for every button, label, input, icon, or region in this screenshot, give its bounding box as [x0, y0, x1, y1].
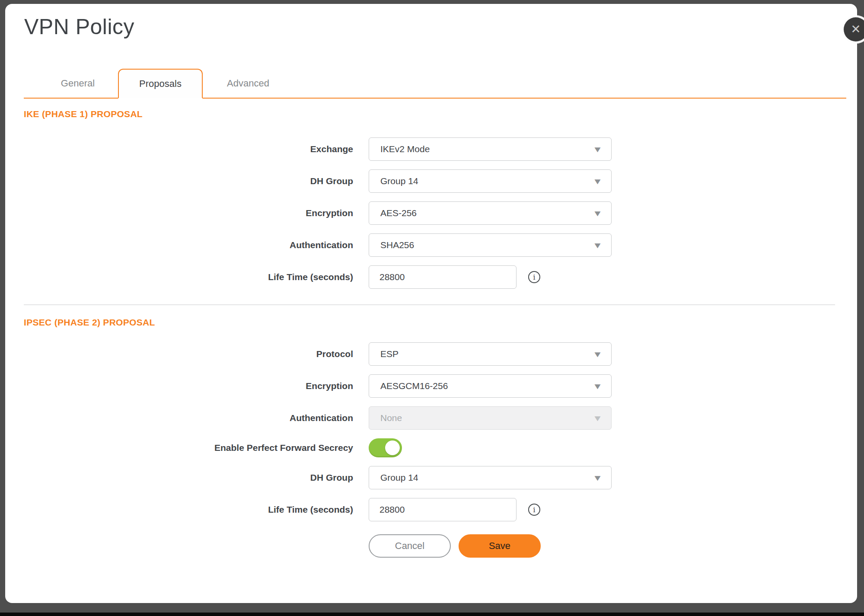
form-row-dh-group: DH Group Group 14 ▼: [5, 169, 857, 193]
page-title: VPN Policy: [24, 14, 134, 39]
chevron-down-icon: ▼: [593, 350, 603, 358]
life-time-phase2-input[interactable]: [369, 498, 516, 521]
form-row-life-time-phase2: Life Time (seconds) i: [5, 498, 857, 521]
vpn-policy-dialog: VPN Policy General Proposals Advanced IK…: [5, 4, 857, 603]
form-row-authentication-phase2: Authentication None ▼: [5, 406, 857, 430]
authentication-select[interactable]: SHA256 ▼: [369, 233, 612, 257]
cancel-button-label: Cancel: [395, 540, 424, 552]
tab-proposals-label: Proposals: [139, 78, 182, 89]
proposals-tab-content: IKE (PHASE 1) PROPOSAL Exchange IKEv2 Mo…: [5, 99, 857, 558]
dh-group-select[interactable]: Group 14 ▼: [369, 169, 612, 193]
pfs-label: Enable Perfect Forward Secrecy: [5, 443, 353, 453]
encryption-phase2-label: Encryption: [5, 381, 353, 391]
tab-general-label: General: [61, 78, 95, 89]
screen-frame: VPN Policy General Proposals Advanced IK…: [0, 0, 864, 616]
form-row-authentication: Authentication SHA256 ▼: [5, 233, 857, 257]
tab-general[interactable]: General: [38, 69, 118, 99]
protocol-select-value: ESP: [380, 349, 399, 359]
tab-bar: General Proposals Advanced: [24, 69, 846, 99]
dh-group-phase2-select[interactable]: Group 14 ▼: [369, 466, 612, 489]
encryption-phase2-select-value: AESGCM16-256: [380, 381, 448, 391]
life-time-phase2-label: Life Time (seconds): [5, 504, 353, 515]
cancel-button[interactable]: Cancel: [369, 534, 451, 558]
tab-advanced[interactable]: Advanced: [203, 69, 293, 99]
chevron-down-icon: ▼: [593, 209, 603, 217]
authentication-label: Authentication: [5, 240, 353, 250]
save-button[interactable]: Save: [459, 534, 541, 558]
chevron-down-icon: ▼: [593, 414, 603, 422]
chevron-down-icon: ▼: [593, 474, 603, 482]
info-icon[interactable]: i: [528, 271, 540, 283]
tab-advanced-label: Advanced: [227, 78, 269, 89]
form-row-encryption-phase2: Encryption AESGCM16-256 ▼: [5, 374, 857, 398]
section-heading-ike-phase1: IKE (PHASE 1) PROPOSAL: [24, 109, 857, 119]
close-button[interactable]: ✕: [844, 17, 864, 41]
dialog-footer: Cancel Save: [369, 534, 857, 558]
save-button-label: Save: [489, 540, 510, 552]
encryption-select[interactable]: AES-256 ▼: [369, 201, 612, 225]
form-row-pfs: Enable Perfect Forward Secrecy: [5, 438, 857, 457]
tab-proposals[interactable]: Proposals: [118, 69, 203, 99]
chevron-down-icon: ▼: [593, 382, 603, 390]
protocol-label: Protocol: [5, 349, 353, 359]
protocol-select[interactable]: ESP ▼: [369, 342, 612, 366]
info-icon-glyph: i: [533, 506, 535, 514]
dh-group-phase2-select-value: Group 14: [380, 472, 418, 483]
encryption-select-value: AES-256: [380, 208, 417, 218]
dh-group-phase2-label: DH Group: [5, 472, 353, 483]
life-time-input[interactable]: [369, 265, 516, 289]
exchange-select-value: IKEv2 Mode: [380, 144, 430, 154]
encryption-label: Encryption: [5, 208, 353, 218]
authentication-phase2-select: None ▼: [369, 406, 612, 430]
dh-group-label: DH Group: [5, 176, 353, 186]
form-row-life-time: Life Time (seconds) i: [5, 265, 857, 289]
authentication-phase2-select-value: None: [380, 413, 402, 423]
frame-bottom-strip: [0, 613, 864, 616]
authentication-select-value: SHA256: [380, 240, 414, 250]
exchange-select[interactable]: IKEv2 Mode ▼: [369, 137, 612, 161]
form-row-protocol: Protocol ESP ▼: [5, 342, 857, 366]
tab-bar-filler: [293, 69, 846, 99]
life-time-label: Life Time (seconds): [5, 272, 353, 282]
info-icon-glyph: i: [533, 274, 535, 281]
tab-bar-spacer: [24, 69, 38, 99]
form-row-encryption: Encryption AES-256 ▼: [5, 201, 857, 225]
form-row-exchange: Exchange IKEv2 Mode ▼: [5, 137, 857, 161]
chevron-down-icon: ▼: [593, 145, 603, 153]
close-icon: ✕: [851, 23, 861, 35]
authentication-phase2-label: Authentication: [5, 413, 353, 423]
encryption-phase2-select[interactable]: AESGCM16-256 ▼: [369, 374, 612, 398]
info-icon[interactable]: i: [528, 504, 540, 516]
exchange-label: Exchange: [5, 144, 353, 154]
chevron-down-icon: ▼: [593, 241, 603, 249]
form-row-dh-group-phase2: DH Group Group 14 ▼: [5, 466, 857, 489]
section-divider: [24, 304, 835, 305]
pfs-toggle[interactable]: [369, 438, 402, 457]
dh-group-select-value: Group 14: [380, 176, 418, 186]
section-heading-ipsec-phase2: IPSEC (PHASE 2) PROPOSAL: [24, 317, 857, 328]
pfs-toggle-knob: [385, 440, 400, 455]
chevron-down-icon: ▼: [593, 177, 603, 185]
